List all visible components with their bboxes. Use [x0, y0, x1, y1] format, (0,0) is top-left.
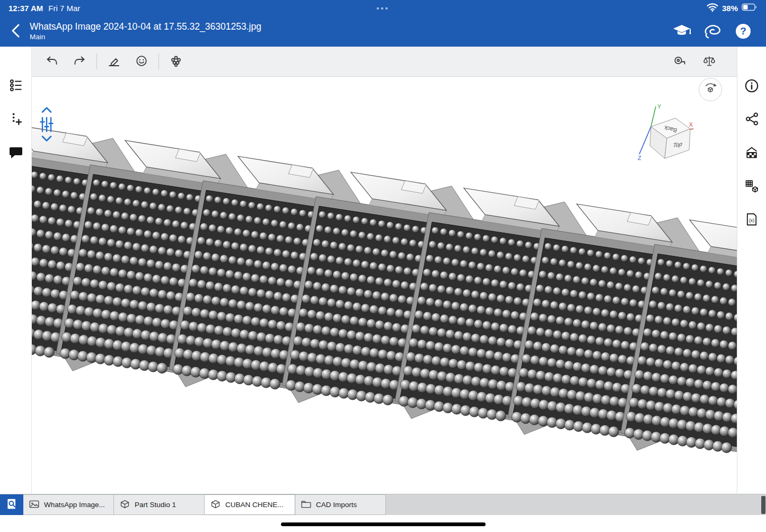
battery-icon	[742, 3, 758, 13]
tab-cuban-chene[interactable]: CUBAN CHENE...	[205, 494, 295, 515]
nav-actions: ?	[671, 20, 762, 43]
nav-bar: WhatsApp Image 2024-10-04 at 17.55.32_36…	[0, 16, 766, 47]
share-button[interactable]	[741, 111, 762, 129]
help-button[interactable]: ?	[732, 20, 754, 43]
tape-measure-icon	[673, 55, 686, 69]
status-right: 38%	[707, 3, 758, 13]
sketch-button[interactable]	[103, 51, 125, 72]
axis-z-line	[639, 127, 651, 154]
left-rail	[0, 47, 32, 494]
appearances-icon	[744, 145, 759, 162]
mass-properties-button[interactable]	[699, 51, 720, 72]
axis-z-label: Z	[638, 155, 641, 161]
toolbar	[32, 47, 737, 77]
balance-scale-icon	[702, 55, 716, 69]
comment-bubble-icon	[8, 146, 23, 161]
tab-label: WhatsApp Image...	[44, 501, 105, 509]
redo-icon	[73, 55, 86, 69]
help-glyph: ?	[740, 25, 746, 37]
sliders-icon	[40, 117, 54, 134]
appearance-button[interactable]	[131, 51, 152, 72]
collapse-up-button[interactable]	[39, 104, 55, 117]
info-button[interactable]	[741, 77, 762, 95]
panel-handle-button[interactable]	[39, 119, 55, 131]
right-rail: (x)	[737, 47, 766, 494]
part-studio-icon	[119, 499, 130, 511]
toolbar-divider	[96, 54, 97, 69]
undo-button[interactable]	[41, 51, 63, 72]
document-tabbar: WhatsApp Image... Part Studio 1	[0, 494, 766, 515]
part-studio-icon	[210, 499, 221, 511]
help-icon: ?	[736, 24, 751, 39]
learning-center-button[interactable]	[671, 20, 693, 43]
tabbar-scrollbar[interactable]	[761, 496, 765, 514]
chevron-down-icon	[41, 135, 52, 144]
tab-cad-imports[interactable]: CAD Imports	[295, 494, 386, 515]
smiley-icon	[135, 55, 148, 69]
lasso-tool-button[interactable]	[701, 20, 724, 43]
tab-part-studio-1[interactable]: Part Studio 1	[114, 494, 205, 515]
featurescript-icon: (x)	[744, 212, 759, 228]
axis-y-line	[651, 107, 656, 127]
toolbar-right-group	[669, 51, 727, 72]
add-feature-button[interactable]	[5, 110, 27, 128]
image-icon	[29, 499, 40, 511]
tab-whatsapp-image[interactable]: WhatsApp Image...	[23, 494, 114, 515]
status-time: 12:37 AM	[8, 4, 43, 13]
collapse-down-button[interactable]	[39, 133, 55, 146]
add-feature-icon	[9, 111, 23, 128]
bom-button[interactable]	[741, 178, 762, 196]
pattern-button[interactable]	[165, 51, 187, 72]
appearances-button[interactable]	[741, 144, 762, 162]
tab-label: CAD Imports	[316, 501, 357, 509]
wifi-icon	[707, 3, 718, 13]
measure-button[interactable]	[669, 51, 690, 72]
lasso-icon	[703, 23, 722, 40]
pattern-cluster-icon	[169, 55, 183, 69]
home-area	[0, 515, 766, 532]
chevron-up-icon	[41, 107, 52, 115]
featurescript-glyph: (x)	[749, 218, 754, 223]
view-cube[interactable]: X Back Top Y Z	[637, 103, 701, 167]
axis-y-label: Y	[657, 103, 662, 110]
pencil-icon	[107, 55, 121, 69]
undo-icon	[45, 55, 59, 69]
comments-button[interactable]	[5, 144, 27, 162]
folder-icon	[301, 499, 312, 511]
feature-list-icon	[9, 78, 23, 93]
tab-label: CUBAN CHENE...	[225, 501, 284, 509]
screen: 12:37 AM Fri 7 Mar ••• 38%	[0, 0, 766, 532]
search-document-icon	[5, 497, 19, 512]
graduation-cap-icon	[672, 23, 691, 40]
tab-strip: WhatsApp Image... Part Studio 1	[23, 494, 386, 515]
page-title: WhatsApp Image 2024-10-04 at 17.55.32_36…	[30, 21, 261, 33]
toolbar-divider	[159, 54, 159, 69]
status-bar: 12:37 AM Fri 7 Mar ••• 38%	[0, 0, 766, 16]
bom-table-cube-icon	[744, 179, 759, 195]
share-icon	[745, 112, 759, 128]
tab-label: Part Studio 1	[135, 501, 176, 509]
axis-x-label: X	[689, 122, 693, 128]
back-chevron-icon	[9, 23, 23, 40]
multitask-dots-icon: •••	[0, 0, 766, 16]
cuban-chain-model[interactable]	[32, 77, 737, 494]
workspace-label: Main	[30, 33, 261, 42]
rotate-lock-icon	[701, 80, 719, 100]
panel-toggle-controls	[39, 104, 55, 146]
redo-button[interactable]	[69, 51, 90, 72]
document-titles: WhatsApp Image 2024-10-04 at 17.55.32_36…	[30, 21, 261, 42]
rotate-lock-button[interactable]	[699, 78, 722, 101]
battery-percent: 38%	[722, 4, 738, 13]
feature-list-button[interactable]	[5, 76, 27, 94]
tab-search-button[interactable]	[0, 494, 23, 515]
info-icon	[744, 78, 759, 95]
back-button[interactable]	[4, 19, 28, 44]
status-date: Fri 7 Mar	[48, 4, 80, 13]
status-left: 12:37 AM Fri 7 Mar	[8, 4, 80, 13]
model-canvas[interactable]: X Back Top Y Z	[32, 77, 737, 494]
home-indicator[interactable]	[281, 522, 486, 526]
featurescript-button[interactable]: (x)	[741, 211, 762, 229]
